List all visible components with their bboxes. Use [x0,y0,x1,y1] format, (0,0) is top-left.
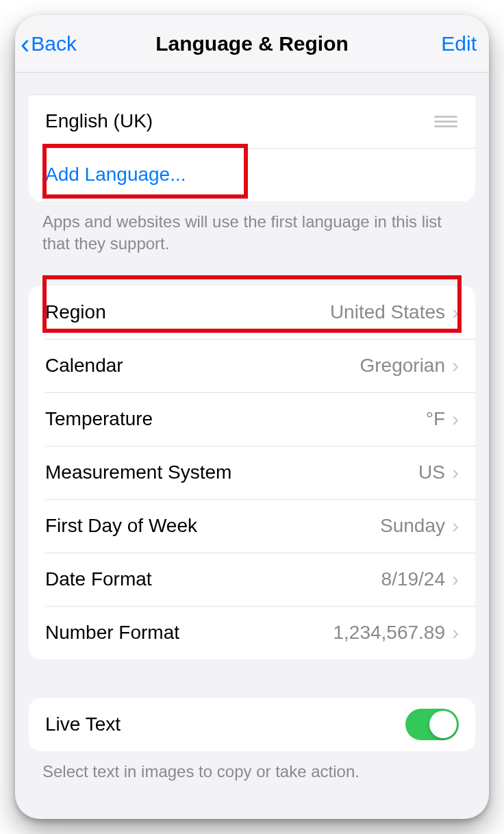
row-label: Measurement System [45,462,231,483]
chevron-right-icon: › [452,568,459,591]
region-settings-card: Region United States › Calendar Gregoria… [29,286,475,659]
row-value: Sunday [380,515,445,537]
row-value: °F [426,408,445,430]
row-label: Calendar [45,355,123,377]
navigation-bar: ‹ Back Language & Region Edit [15,15,489,73]
page-title: Language & Region [15,32,489,55]
live-text-footer-note: Select text in images to copy or take ac… [42,761,462,783]
chevron-right-icon: › [452,407,459,431]
toggle-knob-icon [429,711,457,738]
row-label: Live Text [45,713,121,735]
measurement-system-row[interactable]: Measurement System US › [29,446,475,499]
back-button[interactable]: ‹ Back [21,30,77,58]
row-label: Date Format [45,568,152,590]
row-value: United States [330,301,445,323]
number-format-row[interactable]: Number Format 1,234,567.89 › [29,606,475,659]
live-text-toggle[interactable] [405,709,459,740]
live-text-row[interactable]: Live Text [29,698,475,751]
date-format-row[interactable]: Date Format 8/19/24 › [29,553,475,606]
row-value: 8/19/24 [381,568,445,590]
row-label: Number Format [45,622,179,644]
temperature-row[interactable]: Temperature °F › [29,392,475,446]
chevron-right-icon: › [452,461,459,484]
row-value: US [418,462,445,483]
edit-button[interactable]: Edit [441,32,477,55]
chevron-right-icon: › [452,301,459,324]
region-row[interactable]: Region United States › [29,286,475,339]
row-value: 1,234,567.89 [333,622,446,644]
first-day-of-week-row[interactable]: First Day of Week Sunday › [29,499,475,553]
content-scroll[interactable]: English (UK) Add Language... Apps and we… [15,73,489,819]
row-label: First Day of Week [45,515,197,537]
language-name: English (UK) [45,110,153,132]
calendar-row[interactable]: Calendar Gregorian › [29,339,475,392]
language-row-english-uk[interactable]: English (UK) [29,94,475,148]
device-screen: ‹ Back Language & Region Edit English (U… [15,15,489,819]
reorder-handle-icon[interactable] [434,116,459,127]
back-label: Back [31,32,77,55]
languages-card: English (UK) Add Language... [29,94,475,201]
live-text-card: Live Text [29,698,475,751]
languages-footer-note: Apps and websites will use the first lan… [42,211,462,255]
row-label: Temperature [45,408,153,430]
add-language-button[interactable]: Add Language... [29,148,475,201]
chevron-right-icon: › [452,621,459,644]
chevron-right-icon: › [452,354,459,377]
add-language-label: Add Language... [45,164,186,186]
row-label: Region [45,301,106,323]
row-value: Gregorian [360,355,445,377]
chevron-left-icon: ‹ [21,30,29,58]
chevron-right-icon: › [452,514,459,538]
